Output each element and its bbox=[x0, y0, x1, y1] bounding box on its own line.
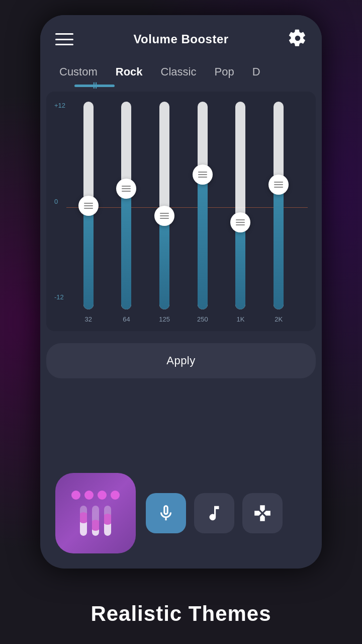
slider-thumb-32[interactable] bbox=[78, 196, 99, 216]
slider-track-64[interactable] bbox=[117, 102, 135, 309]
slider-track-32[interactable] bbox=[79, 102, 98, 309]
microphone-button[interactable] bbox=[146, 493, 186, 533]
slider-thumb-64[interactable] bbox=[116, 179, 136, 199]
slider-track-fill-125 bbox=[159, 216, 169, 309]
app-icon[interactable] bbox=[55, 473, 136, 553]
app-icon-sliders bbox=[80, 506, 111, 536]
slider-thumb-lines-32 bbox=[84, 203, 93, 209]
bottom-icons-group bbox=[146, 493, 283, 533]
slider-thumb-2k[interactable] bbox=[268, 175, 289, 195]
eq-slider-1k: 1K bbox=[231, 102, 249, 323]
slider-thumb-250[interactable] bbox=[193, 165, 213, 185]
app-icon-dot-1 bbox=[71, 491, 80, 500]
bottom-area bbox=[40, 463, 322, 569]
settings-button[interactable] bbox=[289, 29, 307, 49]
music-note-icon bbox=[205, 504, 224, 523]
app-icon-dots bbox=[71, 491, 120, 500]
app-icon-dot-4 bbox=[111, 491, 120, 500]
app-icon-thumb-2 bbox=[92, 520, 99, 531]
freq-label-2k: 2K bbox=[275, 315, 283, 323]
app-icon-thumb-1 bbox=[80, 512, 87, 523]
slider-thumb-1k[interactable] bbox=[230, 212, 250, 232]
slider-thumb-lines-2k bbox=[274, 182, 283, 188]
bottom-text-area: Realistic Themes bbox=[0, 584, 362, 644]
menu-button[interactable] bbox=[55, 33, 73, 45]
eq-slider-64: 64 bbox=[117, 102, 135, 323]
slider-thumb-lines-1k bbox=[236, 219, 245, 225]
slider-track-fill-1k bbox=[235, 222, 245, 309]
app-icon-slider-track-3 bbox=[104, 506, 111, 536]
music-button[interactable] bbox=[194, 493, 234, 533]
slider-track-2k[interactable] bbox=[269, 102, 288, 309]
app-icon-slider-track-1 bbox=[80, 506, 87, 536]
app-icon-slider-3 bbox=[104, 506, 111, 536]
slider-track-fill-32 bbox=[83, 206, 94, 310]
freq-label-64: 64 bbox=[123, 315, 130, 323]
apply-button[interactable]: Apply bbox=[46, 343, 316, 378]
app-title: Volume Booster bbox=[133, 32, 228, 46]
slider-track-fill-2k bbox=[274, 185, 284, 309]
gamepad-button[interactable] bbox=[242, 493, 283, 533]
slider-thumb-lines-125 bbox=[160, 213, 169, 219]
header: Volume Booster bbox=[40, 15, 322, 57]
eq-sliders-row: 32 64 bbox=[54, 102, 308, 323]
realistic-themes-label: Realistic Themes bbox=[90, 602, 271, 626]
tab-indicator-container: ⏸ bbox=[40, 85, 322, 88]
slider-track-fill-250 bbox=[198, 175, 208, 309]
app-icon-dot-3 bbox=[98, 491, 107, 500]
freq-label-32: 32 bbox=[85, 315, 92, 323]
eq-slider-250: 250 bbox=[194, 102, 212, 323]
slider-track-125[interactable] bbox=[155, 102, 173, 309]
tab-classic[interactable]: Classic bbox=[152, 61, 206, 83]
slider-track-1k[interactable] bbox=[231, 102, 249, 309]
freq-label-250: 250 bbox=[197, 315, 208, 323]
slider-thumb-lines-250 bbox=[198, 172, 207, 178]
slider-track-fill-64 bbox=[121, 189, 131, 309]
freq-label-1k: 1K bbox=[237, 315, 245, 323]
tab-indicator-icon: ⏸ bbox=[90, 80, 100, 91]
tab-pop[interactable]: Pop bbox=[206, 61, 243, 83]
slider-thumb-125[interactable] bbox=[154, 206, 174, 226]
microphone-icon bbox=[156, 504, 175, 523]
gamepad-icon bbox=[253, 504, 272, 523]
phone-frame: Volume Booster Custom Rock Classic Pop D… bbox=[40, 15, 322, 569]
eq-slider-32: 32 bbox=[79, 102, 98, 323]
slider-thumb-lines-64 bbox=[122, 186, 131, 192]
eq-section: +12 0 -12 32 bbox=[46, 92, 316, 331]
eq-slider-125: 125 bbox=[155, 102, 173, 323]
app-icon-slider-1 bbox=[80, 506, 87, 536]
tab-d[interactable]: D bbox=[243, 61, 269, 83]
tab-custom[interactable]: Custom bbox=[50, 61, 107, 83]
app-icon-slider-track-2 bbox=[92, 506, 99, 536]
eq-slider-2k: 2K bbox=[269, 102, 288, 323]
tab-rock[interactable]: Rock bbox=[107, 61, 152, 83]
app-icon-dot-2 bbox=[84, 491, 94, 500]
tabs-container: Custom Rock Classic Pop D bbox=[40, 57, 322, 83]
freq-label-125: 125 bbox=[159, 315, 170, 323]
app-icon-thumb-3 bbox=[104, 514, 111, 525]
app-icon-slider-2 bbox=[92, 506, 99, 536]
slider-track-250[interactable] bbox=[194, 102, 212, 309]
apply-button-container: Apply bbox=[40, 335, 322, 388]
